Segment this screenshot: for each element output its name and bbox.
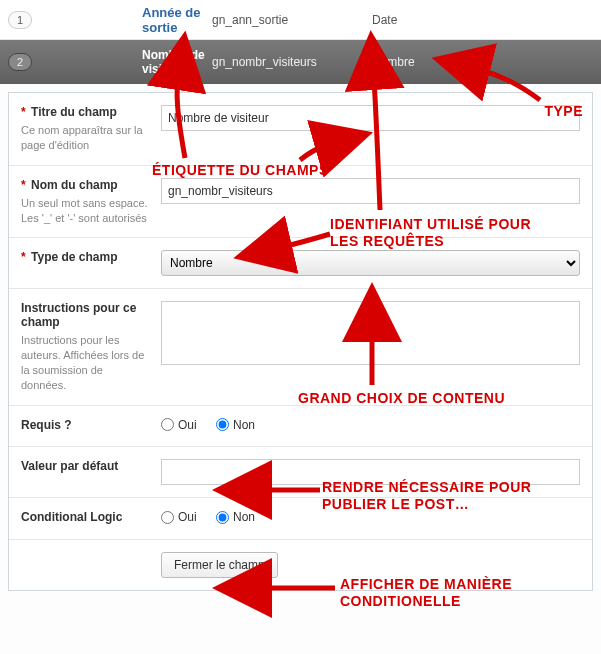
textarea-instructions[interactable] <box>161 301 580 365</box>
field-row-2-header[interactable]: 2 Nombre de visiteur gn_nombr_visiteurs … <box>0 40 601 84</box>
order-badge: 2 <box>8 53 32 71</box>
order-badge: 1 <box>8 11 32 29</box>
radio-required-no[interactable]: Non <box>216 418 255 432</box>
hint-field-name: Un seul mot sans espace. Les '_' et '-' … <box>21 196 151 226</box>
row-conditional: Conditional Logic Oui Non <box>9 498 592 540</box>
row-default-value: Valeur par défaut <box>9 447 592 498</box>
radio-conditional-yes-input[interactable] <box>161 511 174 524</box>
row-instructions: Instructions pour ce champ Instructions … <box>9 289 592 405</box>
row2-type: Nombre <box>372 55 472 69</box>
label-field-name: * Nom du champ Un seul mot sans espace. … <box>21 178 161 226</box>
close-field-button[interactable]: Fermer le champ <box>161 552 278 578</box>
row1-type: Date <box>372 13 472 27</box>
required-asterisk: * <box>21 105 26 119</box>
row1-name: gn_ann_sortie <box>212 13 372 27</box>
field-settings-panel: * Titre du champ Ce nom apparaîtra sur l… <box>8 92 593 591</box>
row2-name: gn_nombr_visiteurs <box>212 55 372 69</box>
radio-conditional-no[interactable]: Non <box>216 510 255 524</box>
field-row-1[interactable]: 1 Année de sortie gn_ann_sortie Date <box>0 0 601 40</box>
label-required: Requis ? <box>21 418 161 435</box>
row-field-type: * Type de champ Nombre <box>9 238 592 289</box>
input-default-value[interactable] <box>161 459 580 485</box>
radio-required-yes-input[interactable] <box>161 418 174 431</box>
radio-required-no-input[interactable] <box>216 418 229 431</box>
row-field-title: * Titre du champ Ce nom apparaîtra sur l… <box>9 93 592 166</box>
label-field-title: * Titre du champ Ce nom apparaîtra sur l… <box>21 105 161 153</box>
required-asterisk: * <box>21 250 26 264</box>
required-asterisk: * <box>21 178 26 192</box>
row-close: Fermer le champ <box>9 540 592 590</box>
label-default-value: Valeur par défaut <box>21 459 161 485</box>
row-field-name: * Nom du champ Un seul mot sans espace. … <box>9 166 592 239</box>
row1-title[interactable]: Année de sortie <box>32 5 212 35</box>
label-conditional: Conditional Logic <box>21 510 161 527</box>
label-instructions: Instructions pour ce champ Instructions … <box>21 301 161 392</box>
row-required: Requis ? Oui Non <box>9 406 592 448</box>
input-field-name[interactable] <box>161 178 580 204</box>
hint-field-title: Ce nom apparaîtra sur la page d'édition <box>21 123 151 153</box>
radio-conditional-no-input[interactable] <box>216 511 229 524</box>
label-field-type: * Type de champ <box>21 250 161 276</box>
radio-required-yes[interactable]: Oui <box>161 418 197 432</box>
hint-instructions: Instructions pour les auteurs. Affichées… <box>21 333 151 392</box>
input-field-title[interactable] <box>161 105 580 131</box>
select-field-type[interactable]: Nombre <box>161 250 580 276</box>
radio-conditional-yes[interactable]: Oui <box>161 510 197 524</box>
row2-title: Nombre de visiteur <box>32 48 212 76</box>
